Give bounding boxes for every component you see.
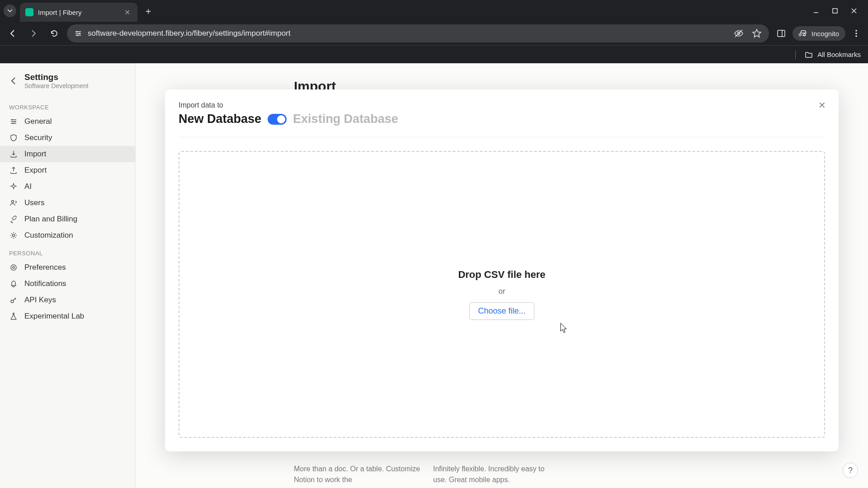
database-toggle-row: New Database Existing Database <box>179 112 825 137</box>
sidebar-item-label: AI <box>24 182 32 191</box>
sidebar-item-label: Notifications <box>24 279 66 288</box>
choose-file-button[interactable]: Choose file... <box>469 302 534 320</box>
sliders-icon <box>9 117 18 126</box>
sidebar-item-ai[interactable]: AI <box>0 178 135 195</box>
svg-point-4 <box>77 35 79 36</box>
sidebar-header: Settings Software Development <box>0 70 135 98</box>
forward-button[interactable] <box>25 25 42 42</box>
tab-title: Import | Fibery <box>38 9 123 16</box>
back-button[interactable] <box>5 25 21 42</box>
bell-icon <box>9 279 18 288</box>
gear-icon <box>9 231 18 240</box>
sidebar-item-label: Import <box>24 150 46 159</box>
side-panel-icon[interactable] <box>776 28 786 38</box>
all-bookmarks-link[interactable]: All Bookmarks <box>817 51 861 58</box>
tab-search-button[interactable] <box>4 5 16 17</box>
key-icon <box>9 296 18 305</box>
sidebar-item-general[interactable]: General <box>0 113 135 130</box>
browser-tab[interactable]: Import | Fibery ✕ <box>20 3 137 22</box>
bookmark-star-icon[interactable] <box>752 28 762 38</box>
sparkle-icon <box>9 182 18 191</box>
database-toggle[interactable] <box>268 114 287 125</box>
sidebar-item-label: Export <box>24 166 47 175</box>
main-content: Import More than a doc. Or a table. Cust… <box>136 63 868 488</box>
csv-dropzone[interactable]: Drop CSV file here or Choose file... <box>179 151 825 438</box>
settings-sidebar: Settings Software Development WORKSPACE … <box>0 63 136 488</box>
svg-rect-1 <box>833 9 837 13</box>
sidebar-item-label: API Keys <box>24 296 56 305</box>
dropzone-title: Drop CSV file here <box>458 269 545 281</box>
sidebar-item-notifications[interactable]: Notifications <box>0 276 135 292</box>
dropzone-or: or <box>498 287 505 296</box>
toggle-option-existing[interactable]: Existing Database <box>293 112 398 126</box>
help-icon: ? <box>848 466 853 475</box>
sidebar-item-label: Customization <box>24 231 73 240</box>
sidebar-item-apikeys[interactable]: API Keys <box>0 292 135 308</box>
preferences-icon <box>9 263 18 272</box>
sidebar-item-label: General <box>24 117 52 126</box>
address-bar: software-development.fibery.io/fibery/se… <box>0 22 868 45</box>
users-icon <box>9 198 18 207</box>
incognito-icon <box>799 29 808 38</box>
sidebar-item-label: Plan and Billing <box>24 215 77 224</box>
browser-chrome: Import | Fibery ✕ ＋ software-development… <box>0 0 868 63</box>
sidebar-item-label: Preferences <box>24 263 66 272</box>
app-root: Settings Software Development WORKSPACE … <box>0 63 868 488</box>
sidebar-title: Settings <box>24 72 89 82</box>
sidebar-item-experimental[interactable]: Experimental Lab <box>0 308 135 324</box>
eye-off-icon[interactable] <box>734 28 744 38</box>
incognito-badge[interactable]: Incognito <box>793 26 845 41</box>
export-icon <box>9 166 18 175</box>
url-text: software-development.fibery.io/fibery/se… <box>88 29 290 38</box>
svg-point-18 <box>13 267 14 268</box>
svg-point-3 <box>79 33 80 34</box>
sidebar-subtitle: Software Development <box>24 82 89 89</box>
rocket-icon <box>9 215 18 224</box>
site-settings-icon[interactable] <box>74 29 82 38</box>
toggle-knob <box>277 115 285 123</box>
svg-point-10 <box>855 33 857 34</box>
import-modal: ✕ Import data to New Database Existing D… <box>165 89 839 451</box>
sidebar-item-users[interactable]: Users <box>0 195 135 211</box>
sidebar-item-customization[interactable]: Customization <box>0 227 135 244</box>
settings-back-button[interactable] <box>9 76 18 85</box>
sidebar-item-billing[interactable]: Plan and Billing <box>0 211 135 227</box>
fibery-favicon-icon <box>25 8 33 16</box>
svg-point-12 <box>12 119 13 121</box>
new-tab-button[interactable]: ＋ <box>137 5 159 17</box>
sidebar-item-security[interactable]: Security <box>0 130 135 146</box>
modal-backdrop: ✕ Import data to New Database Existing D… <box>136 63 868 488</box>
reload-button[interactable] <box>46 25 62 42</box>
minimize-button[interactable] <box>812 7 820 15</box>
close-window-button[interactable] <box>850 7 858 15</box>
section-personal-label: PERSONAL <box>0 244 135 259</box>
section-workspace-label: WORKSPACE <box>0 98 135 113</box>
svg-point-11 <box>855 35 857 37</box>
bookmarks-bar: All Bookmarks <box>0 45 868 63</box>
tab-close-button[interactable]: ✕ <box>123 6 132 19</box>
sidebar-item-import[interactable]: Import <box>0 146 135 162</box>
url-input[interactable]: software-development.fibery.io/fibery/se… <box>67 24 769 42</box>
svg-point-13 <box>14 121 16 122</box>
svg-point-2 <box>76 31 78 33</box>
sidebar-item-label: Security <box>24 133 52 142</box>
flask-icon <box>9 312 18 321</box>
bookmarks-divider <box>795 50 796 59</box>
close-icon: ✕ <box>818 100 826 111</box>
shield-icon <box>9 133 18 142</box>
svg-point-14 <box>13 123 14 124</box>
browser-menu-button[interactable] <box>852 29 861 38</box>
svg-point-16 <box>13 235 15 237</box>
sidebar-item-export[interactable]: Export <box>0 162 135 178</box>
toggle-option-new[interactable]: New Database <box>179 112 261 126</box>
sidebar-item-preferences[interactable]: Preferences <box>0 259 135 276</box>
svg-point-15 <box>12 201 14 203</box>
folder-icon <box>805 51 813 59</box>
svg-rect-7 <box>778 30 785 37</box>
modal-close-button[interactable]: ✕ <box>815 99 829 112</box>
help-button[interactable]: ? <box>843 463 858 478</box>
modal-subtitle: Import data to <box>179 101 825 109</box>
svg-point-17 <box>11 265 16 270</box>
window-controls <box>812 7 864 15</box>
maximize-button[interactable] <box>831 7 839 15</box>
